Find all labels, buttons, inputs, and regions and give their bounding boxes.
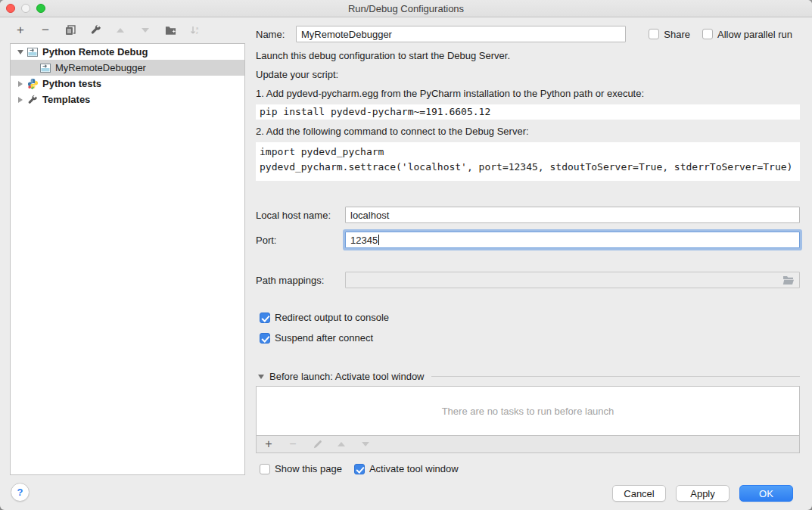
configurations-tree: Python Remote Debug MyRemoteDebugger Pyt… bbox=[10, 43, 245, 475]
add-task-icon[interactable]: + bbox=[263, 438, 275, 450]
expand-collapse-icon[interactable] bbox=[16, 81, 24, 87]
before-launch-title: Before launch: Activate tool window bbox=[269, 371, 425, 382]
run-configuration-icon bbox=[26, 46, 39, 58]
local-host-name-label: Local host name: bbox=[256, 210, 345, 221]
name-label: Name: bbox=[256, 29, 291, 40]
move-task-up-icon bbox=[335, 438, 347, 450]
minimize-button bbox=[21, 4, 30, 13]
redirect-output-checkbox-box[interactable] bbox=[260, 313, 270, 323]
configurations-sidebar: + − az bbox=[0, 17, 250, 510]
redirect-output-checkbox[interactable]: Redirect output to console bbox=[260, 312, 389, 323]
close-button[interactable] bbox=[6, 4, 15, 13]
section-divider bbox=[431, 376, 800, 377]
port-input[interactable]: 12345 bbox=[345, 232, 800, 248]
empty-tasks-text: There are no tasks to run before launch bbox=[442, 406, 614, 417]
run-debug-configurations-dialog: Run/Debug Configurations + − az bbox=[0, 0, 812, 510]
zoom-button[interactable] bbox=[36, 4, 45, 13]
name-input[interactable] bbox=[296, 26, 626, 42]
text-caret bbox=[378, 235, 379, 245]
svg-text:a: a bbox=[196, 25, 199, 30]
tree-item-templates[interactable]: Templates bbox=[11, 92, 244, 107]
tree-item-python-tests[interactable]: Python tests bbox=[11, 76, 244, 92]
allow-parallel-run-checkbox-box[interactable] bbox=[702, 29, 713, 39]
port-label: Port: bbox=[256, 235, 345, 246]
description-text: Launch this debug configuration to start… bbox=[256, 50, 800, 62]
python-tests-icon bbox=[26, 78, 39, 90]
edit-task-icon bbox=[311, 438, 323, 450]
cancel-button[interactable]: Cancel bbox=[612, 485, 666, 502]
suspend-after-connect-checkbox[interactable]: Suspend after connect bbox=[260, 332, 373, 344]
help-button[interactable]: ? bbox=[11, 483, 30, 502]
move-task-down-icon bbox=[359, 438, 372, 450]
path-mappings-input[interactable] bbox=[345, 272, 800, 288]
move-up-icon bbox=[114, 24, 126, 36]
share-checkbox[interactable]: Share bbox=[649, 29, 690, 40]
before-launch-task-list[interactable]: There are no tasks to run before launch bbox=[256, 386, 800, 436]
window-title: Run/Debug Configurations bbox=[348, 3, 464, 14]
edit-templates-icon[interactable] bbox=[89, 24, 101, 36]
share-checkbox-box[interactable] bbox=[649, 29, 659, 39]
tree-item-myremotedebugger[interactable]: MyRemoteDebugger bbox=[11, 60, 244, 76]
apply-button[interactable]: Apply bbox=[676, 485, 730, 502]
ok-button[interactable]: OK bbox=[739, 485, 793, 502]
expand-collapse-icon[interactable] bbox=[16, 97, 24, 103]
remove-task-icon: − bbox=[287, 438, 299, 450]
path-mappings-label: Path mappings: bbox=[256, 275, 345, 286]
svg-text:z: z bbox=[196, 30, 198, 35]
pip-command-code: pip install pydevd-pycharm~=191.6605.12 bbox=[256, 104, 800, 120]
show-this-page-checkbox[interactable]: Show this page bbox=[260, 463, 342, 474]
copy-configuration-icon[interactable] bbox=[64, 24, 76, 36]
titlebar: Run/Debug Configurations bbox=[0, 0, 812, 17]
configuration-editor: Name: Share Allow parallel run Launch th… bbox=[250, 17, 812, 510]
before-launch-toolbar: + − bbox=[256, 436, 800, 453]
settrace-code-block: import pydevd_pycharm pydevd_pycharm.set… bbox=[256, 142, 800, 181]
create-folder-icon[interactable] bbox=[164, 24, 176, 36]
suspend-after-connect-checkbox-box[interactable] bbox=[260, 333, 270, 344]
templates-wrench-icon bbox=[26, 94, 39, 106]
expand-collapse-icon[interactable] bbox=[16, 50, 24, 54]
run-configuration-icon bbox=[39, 62, 51, 74]
step1-text: 1. Add pydevd-pycharm.egg from the PyCha… bbox=[256, 88, 800, 100]
sort-alphabetically-icon: az bbox=[189, 24, 201, 36]
sidebar-toolbar: + − az bbox=[0, 17, 250, 36]
update-script-text: Update your script: bbox=[256, 69, 800, 81]
allow-parallel-run-checkbox[interactable]: Allow parallel run bbox=[702, 29, 792, 40]
before-launch-section-header[interactable]: Before launch: Activate tool window bbox=[256, 371, 800, 382]
activate-tool-window-checkbox-box[interactable] bbox=[354, 464, 365, 474]
window-controls bbox=[6, 4, 45, 13]
step2-text: 2. Add the following command to connect … bbox=[256, 126, 800, 138]
activate-tool-window-checkbox[interactable]: Activate tool window bbox=[354, 463, 459, 474]
local-host-name-input[interactable] bbox=[345, 207, 800, 223]
add-configuration-icon[interactable]: + bbox=[14, 24, 26, 36]
tree-item-python-remote-debug[interactable]: Python Remote Debug bbox=[11, 44, 244, 60]
browse-folder-icon[interactable] bbox=[782, 275, 795, 285]
collapse-section-icon[interactable] bbox=[258, 375, 264, 379]
remove-configuration-icon[interactable]: − bbox=[39, 24, 51, 36]
show-this-page-checkbox-box[interactable] bbox=[260, 464, 270, 474]
move-down-icon bbox=[139, 24, 151, 36]
